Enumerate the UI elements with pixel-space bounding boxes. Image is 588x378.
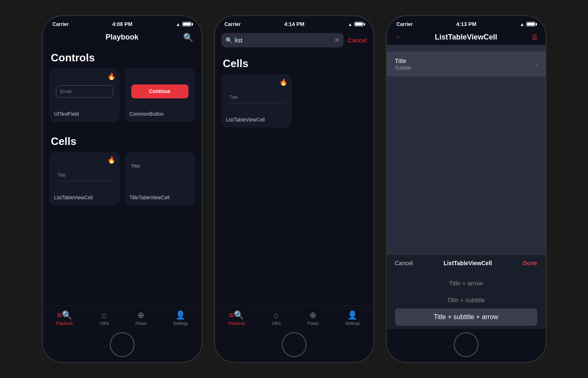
carrier-1: Carrier (53, 21, 69, 27)
home-bar-2 (282, 332, 307, 357)
battery-icon-3 (526, 22, 535, 26)
listtableviewcell-preview-2: Title (226, 79, 287, 115)
nav-title-1: Playbook (105, 33, 138, 42)
section-cells2-header: Cells (215, 51, 374, 74)
home-bar-1 (110, 332, 135, 357)
content-1: Controls 🔥 Email UITextField Continue Co… (43, 45, 202, 306)
tab-uikit-1[interactable]: ⌂ UIKit (100, 310, 109, 326)
wifi-icon-3: ▲ (520, 22, 525, 27)
search-input-wrap[interactable]: 🔍 ✕ (221, 33, 344, 47)
playbook-tab-label-1: Playbook (56, 321, 73, 326)
tab-uikit-2[interactable]: ⌂ UIKit (272, 310, 281, 326)
uikit-tab-label-1: UIKit (100, 321, 109, 326)
home-indicator-1 (43, 329, 202, 362)
playbook-tab-icon-1: ≡🔍 (57, 310, 72, 320)
settings-tab-label-1: Settings (173, 321, 188, 326)
listtableviewcell-card-2[interactable]: 🔥 Title ListTableViewCell (221, 74, 292, 128)
uikit-tab-label-2: UIKit (272, 321, 281, 326)
wifi-icon-1: ▲ (176, 22, 181, 27)
variant-done-3[interactable]: Done (523, 260, 537, 266)
tab-playbook-2[interactable]: ≡🔍 Playbook (228, 310, 245, 326)
status-bar-3: Carrier 4:13 PM ▲ (387, 16, 546, 30)
flows-tab-icon-2: ⊕ (309, 310, 316, 320)
list-subtitle-3: Subtitle (395, 65, 411, 71)
controls-grid: 🔥 Email UITextField Continue CommonButto… (43, 68, 202, 128)
cell-preview-item-2: Title (228, 91, 285, 103)
settings-tab-label-2: Settings (345, 321, 360, 326)
playbook-tab-label-2: Playbook (228, 321, 245, 326)
cells-grid-2: 🔥 Title ListTableViewCell (215, 74, 374, 134)
cancel-search-2[interactable]: Cancel (348, 37, 367, 44)
variant-toolbar-3: Cancel ListTableViewCell Done (387, 254, 546, 271)
titletableviewcell-label: TitleTableViewCell (130, 195, 190, 201)
continue-btn-preview: Continue (131, 84, 188, 98)
commonbutton-card[interactable]: Continue CommonButton (125, 68, 195, 122)
tab-playbook-1[interactable]: ≡🔍 Playbook (56, 310, 73, 326)
list-title-3: Title (395, 57, 411, 64)
email-field-preview: Email (56, 85, 113, 98)
flame-icon-list: 🔥 (107, 156, 116, 164)
tab-settings-2[interactable]: 👤 Settings (345, 310, 360, 326)
status-icons-2: ▲ (348, 22, 364, 27)
nav-title-3: ListTableViewCell (435, 33, 497, 42)
listtableviewcell-card[interactable]: 🔥 Title ListTableViewCell (49, 152, 120, 205)
uikit-tab-icon-2: ⌂ (274, 310, 279, 320)
search-bar-2: 🔍 ✕ Cancel (215, 30, 374, 51)
search-button-1[interactable]: 🔍 (183, 33, 193, 42)
uitextfield-card[interactable]: 🔥 Email UITextField (49, 68, 120, 122)
titletableviewcell-card[interactable]: Title TitleTableViewCell (125, 152, 195, 205)
back-button-3[interactable]: ← (395, 33, 402, 42)
variant-toolbar-title-3: ListTableViewCell (444, 260, 492, 266)
menu-button-3[interactable]: ☰ (532, 33, 537, 41)
time-2: 4:14 PM (284, 21, 304, 27)
flows-tab-icon-1: ⊕ (137, 310, 144, 320)
carrier-3: Carrier (397, 21, 413, 27)
cell-preview-item: Title (56, 169, 113, 181)
variant-title-subtitle[interactable]: Title + subtitle (395, 292, 537, 308)
tab-flows-2[interactable]: ⊕ Flows (307, 310, 318, 326)
battery-icon-2 (354, 22, 363, 26)
flows-tab-label-2: Flows (307, 321, 318, 326)
phone-2: Carrier 4:14 PM ▲ 🔍 ✕ Cancel Cells 🔥 Tit… (214, 15, 374, 363)
tab-bar-2: ≡🔍 Playbook ⌂ UIKit ⊕ Flows 👤 Settings (215, 306, 374, 329)
battery-icon-1 (182, 22, 191, 26)
status-bar-1: Carrier 4:08 PM ▲ (43, 16, 202, 30)
home-indicator-3 (387, 329, 546, 362)
variant-title-arrow[interactable]: Title + arrow (395, 275, 537, 292)
uitextfield-label: UITextField (54, 111, 115, 117)
search-input-2[interactable] (235, 37, 332, 44)
listtableviewcell-preview: Title (54, 157, 115, 193)
search-icon-2: 🔍 (225, 37, 232, 44)
tab-flows-1[interactable]: ⊕ Flows (135, 310, 146, 326)
status-icons-3: ▲ (520, 22, 536, 27)
commonbutton-preview: Continue (130, 73, 190, 110)
phone-3: Carrier 4:13 PM ▲ ← ListTableViewCell ☰ … (386, 15, 546, 363)
section-cells-header: Cells (43, 128, 202, 152)
commonbutton-label: CommonButton (130, 111, 190, 117)
tab-settings-1[interactable]: 👤 Settings (173, 310, 188, 326)
variant-cancel-3[interactable]: Cancel (395, 260, 413, 266)
flows-tab-label-1: Flows (135, 321, 146, 326)
home-indicator-2 (215, 329, 374, 362)
search-clear-2[interactable]: ✕ (334, 36, 339, 44)
section-controls-header: Controls (43, 45, 202, 68)
uikit-tab-icon-1: ⌂ (102, 310, 107, 320)
content-2: Cells 🔥 Title ListTableViewCell (215, 51, 374, 306)
list-row-text-3: Title Subtitle (395, 57, 411, 71)
uitextfield-preview: Email (54, 73, 115, 110)
nav-bar-3: ← ListTableViewCell ☰ (387, 30, 546, 45)
variant-list-3: Title + arrow Title + subtitle Title + s… (387, 271, 546, 329)
status-bar-2: Carrier 4:14 PM ▲ (215, 16, 374, 30)
list-row-3[interactable]: Title Subtitle › (387, 51, 546, 77)
listtableviewcell-label: ListTableViewCell (54, 195, 115, 201)
variant-title-subtitle-arrow[interactable]: Title + subtitle + arrow (395, 308, 537, 326)
flame-icon-uitextfield: 🔥 (107, 72, 116, 80)
tab-bar-1: ≡🔍 Playbook ⌂ UIKit ⊕ Flows 👤 Settings (43, 306, 202, 329)
list-area-3: Title Subtitle › (387, 45, 546, 254)
time-1: 4:08 PM (112, 21, 132, 27)
titletableviewcell-preview: Title (130, 157, 190, 193)
playbook-tab-icon-2: ≡🔍 (229, 310, 244, 320)
nav-bar-1: Playbook 🔍 (43, 30, 202, 45)
settings-tab-icon-2: 👤 (347, 310, 358, 320)
phone-1: Carrier 4:08 PM ▲ Playbook 🔍 Controls 🔥 … (42, 15, 202, 363)
